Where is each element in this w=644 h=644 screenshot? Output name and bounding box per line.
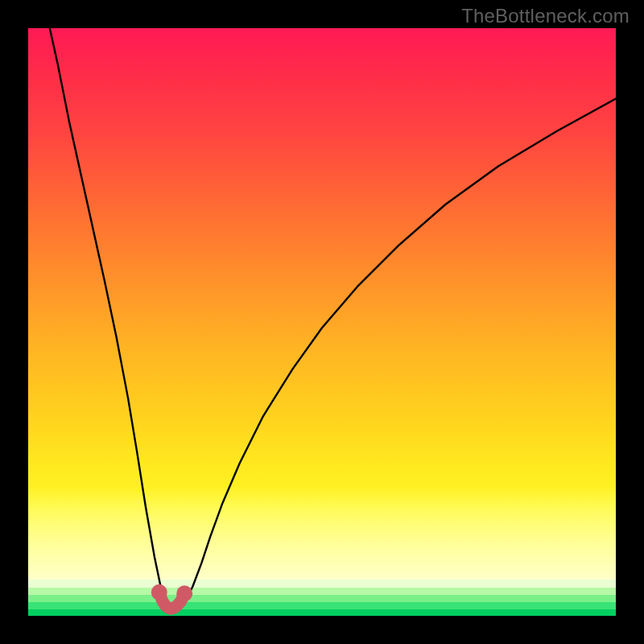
chart-frame: TheBottleneck.com (0, 0, 644, 644)
curve-overlay (28, 28, 616, 616)
marker-endpoint-left (151, 584, 167, 601)
bottleneck-curve (46, 28, 616, 609)
plot-area (28, 28, 616, 616)
marker-endpoint-right (176, 585, 192, 601)
watermark-text: TheBottleneck.com (461, 5, 630, 27)
